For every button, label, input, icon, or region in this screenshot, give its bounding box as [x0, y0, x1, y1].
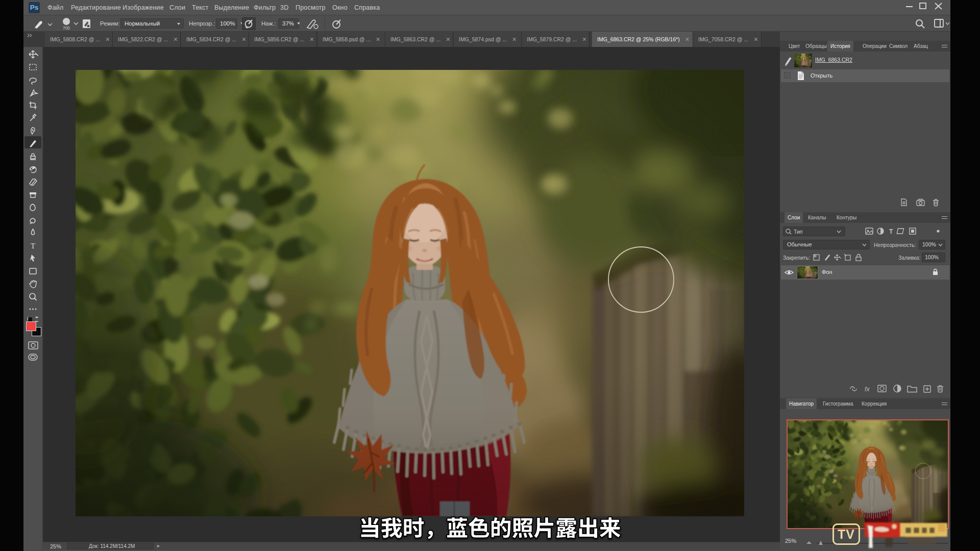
svg-text:T: T [31, 242, 35, 250]
svg-text:T: T [889, 228, 893, 235]
svg-text:fx: fx [865, 386, 870, 393]
svg-text:700: 700 [63, 26, 70, 31]
svg-text:Тип: Тип [794, 229, 803, 235]
